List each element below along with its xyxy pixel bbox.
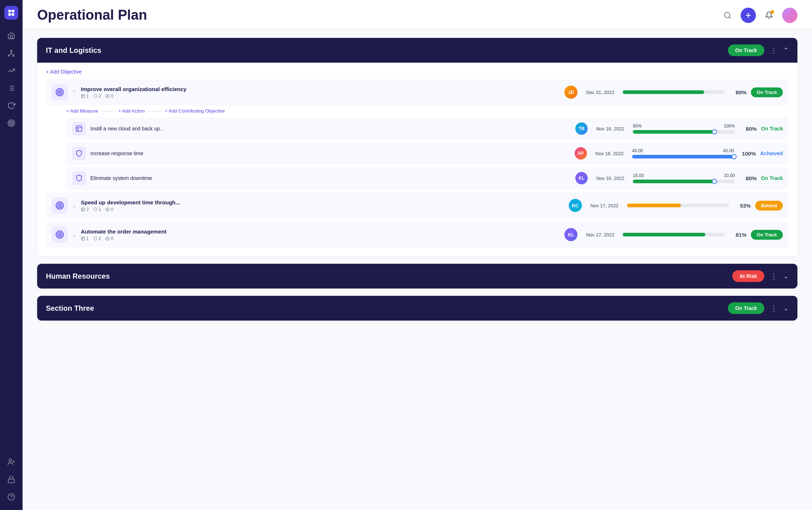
measure-3-date: Nov 16, 2022 bbox=[592, 176, 628, 181]
objective-2-percent: 53% bbox=[733, 203, 751, 209]
svg-rect-34 bbox=[76, 126, 82, 132]
add-action-link[interactable]: + Add Action bbox=[118, 108, 145, 114]
sidebar-item-refresh[interactable] bbox=[4, 98, 19, 113]
hr-section-chevron[interactable]: ⌄ bbox=[783, 272, 789, 280]
section-3-status-badge[interactable]: On Track bbox=[728, 302, 764, 314]
sidebar-item-org[interactable] bbox=[4, 46, 19, 60]
content-area: IT and Logistics On Track ⋮ ⌃ + Add Obje… bbox=[23, 29, 812, 510]
obj2-actions-count: 1 bbox=[93, 207, 101, 212]
objective-2-progress-bar bbox=[627, 204, 729, 207]
measure-icon-1 bbox=[72, 122, 86, 136]
objective-2-chevron[interactable]: ⌄ bbox=[72, 203, 76, 208]
section-dots-menu[interactable]: ⋮ bbox=[770, 46, 777, 55]
objective-2-meta: 2 1 0 bbox=[81, 207, 564, 212]
measure-3-name: Eliminate system downtime bbox=[90, 175, 571, 181]
svg-point-16 bbox=[9, 459, 12, 462]
svg-rect-2 bbox=[8, 13, 11, 16]
sidebar-item-trends[interactable] bbox=[4, 63, 19, 78]
measure-3-progress-labels: 16.00 20.00 bbox=[633, 173, 735, 178]
sidebar-item-lock[interactable] bbox=[4, 472, 19, 487]
objective-1-avatar: JD bbox=[564, 86, 578, 99]
add-contributing-objective-link[interactable]: + Add Contributing Objective bbox=[165, 108, 225, 114]
svg-point-28 bbox=[59, 91, 60, 93]
measure-row-1: Instill a new cloud and back up... TB No… bbox=[66, 117, 789, 140]
app-logo[interactable] bbox=[4, 6, 18, 20]
objective-1-date: Dec 31, 2022 bbox=[582, 90, 618, 95]
measure-3-progress-fill bbox=[633, 180, 714, 183]
measure-3-thumb bbox=[712, 179, 717, 184]
objective-2-progress bbox=[627, 204, 729, 207]
section-chevron-up[interactable]: ⌃ bbox=[783, 46, 789, 54]
status-badge-on-track[interactable]: On Track bbox=[728, 44, 764, 56]
add-measure-link[interactable]: + Add Measure bbox=[66, 108, 98, 114]
objective-1-name: Improve overall organizational efficienc… bbox=[81, 86, 560, 92]
svg-point-41 bbox=[106, 208, 109, 211]
objective-3-icon-wrap bbox=[52, 227, 68, 243]
measure-1-avatar: TB bbox=[575, 122, 588, 135]
section-3-chevron[interactable]: ⌄ bbox=[783, 304, 789, 312]
add-objective-link[interactable]: + Add Objective bbox=[46, 69, 82, 75]
section-3-title: Section Three bbox=[46, 304, 94, 313]
svg-point-32 bbox=[106, 94, 109, 98]
notifications-button[interactable] bbox=[762, 8, 776, 23]
objective-3-percent: 81% bbox=[729, 232, 746, 238]
svg-point-6 bbox=[13, 55, 15, 56]
measure-2-end: 40.00 bbox=[723, 148, 734, 153]
section-header-hr: Human Resources At Risk ⋮ ⌄ bbox=[37, 264, 797, 289]
sidebar-item-add-user[interactable] bbox=[4, 455, 19, 469]
objective-row-1: ⌃ Improve overall organizational efficie… bbox=[46, 79, 789, 105]
measure-2-progress-fill bbox=[632, 155, 734, 158]
measure-1-progress-fill bbox=[633, 130, 714, 134]
svg-point-22 bbox=[725, 12, 730, 17]
sidebar-item-home[interactable] bbox=[4, 28, 19, 43]
section-title-it-logistics: IT and Logistics bbox=[46, 46, 101, 55]
objective-1-info: Improve overall organizational efficienc… bbox=[81, 86, 560, 99]
avatar-image bbox=[782, 8, 797, 23]
obj3-measures-count: 1 bbox=[81, 236, 89, 241]
svg-point-45 bbox=[59, 234, 60, 235]
svg-point-14 bbox=[9, 121, 13, 125]
objective-3-date: Nov 17, 2022 bbox=[582, 232, 618, 238]
section-3-header-right: On Track ⋮ ⌄ bbox=[728, 302, 789, 314]
measure-row-2: Increase response time AP Nov 16, 2022 4… bbox=[66, 142, 789, 165]
objective-2-progress-fill bbox=[627, 204, 681, 207]
measure-3-percent: 80% bbox=[739, 175, 757, 181]
user-avatar[interactable] bbox=[782, 8, 797, 23]
svg-point-36 bbox=[58, 203, 62, 208]
objective-3-chevron[interactable]: ⌄ bbox=[72, 232, 76, 238]
objective-1-progress bbox=[623, 90, 725, 94]
objective-3-progress bbox=[623, 233, 725, 236]
objective-icon-wrap bbox=[52, 84, 68, 100]
objective-2-avatar: RC bbox=[569, 199, 582, 212]
objective-1-status-badge[interactable]: On Track bbox=[751, 87, 783, 97]
section-body-it-logistics: + Add Objective ⌃ Improve overall organi… bbox=[37, 63, 797, 256]
section-it-logistics: IT and Logistics On Track ⋮ ⌃ + Add Obje… bbox=[37, 38, 797, 256]
section-header-right: On Track ⋮ ⌃ bbox=[728, 44, 789, 56]
objective-1-chevron-up[interactable]: ⌃ bbox=[72, 89, 76, 95]
obj2-measures-count: 2 bbox=[81, 207, 89, 212]
objective-3-avatar: KL bbox=[564, 228, 578, 241]
section-3-header: Section Three On Track ⋮ ⌄ bbox=[37, 296, 797, 321]
sidebar-item-target[interactable] bbox=[4, 116, 19, 130]
obj3-objectives-count: 0 bbox=[105, 236, 113, 241]
main-area: Operational Plan IT and Logistics bbox=[23, 0, 812, 510]
objective-1-progress-fill bbox=[623, 90, 704, 94]
objective-1-meta: 1 2 0 bbox=[81, 94, 560, 99]
measure-3-progress: 16.00 20.00 bbox=[633, 173, 735, 183]
measure-row-3: Eliminate system downtime KL Nov 16, 202… bbox=[66, 167, 789, 189]
section-3-dots-menu[interactable]: ⋮ bbox=[770, 304, 777, 313]
measure-icon-3 bbox=[72, 171, 86, 185]
objective-2-name: Speed up development time through... bbox=[81, 199, 564, 205]
sidebar-item-list[interactable] bbox=[4, 81, 19, 95]
search-button[interactable] bbox=[720, 8, 735, 23]
hr-section-dots-menu[interactable]: ⋮ bbox=[770, 272, 777, 280]
objective-3-status-badge[interactable]: On Track bbox=[751, 230, 783, 240]
add-button[interactable] bbox=[741, 8, 756, 23]
objective-row-3: ⌄ Automate the order management 1 2 bbox=[46, 221, 789, 248]
sidebar-item-help[interactable] bbox=[4, 490, 19, 504]
status-badge-at-risk[interactable]: At Risk bbox=[732, 270, 764, 282]
measure-1-progress-labels: 80% 100% bbox=[633, 123, 735, 129]
svg-point-37 bbox=[59, 205, 60, 206]
objective-2-status-badge[interactable]: Behind bbox=[755, 201, 783, 211]
svg-point-27 bbox=[58, 90, 62, 94]
